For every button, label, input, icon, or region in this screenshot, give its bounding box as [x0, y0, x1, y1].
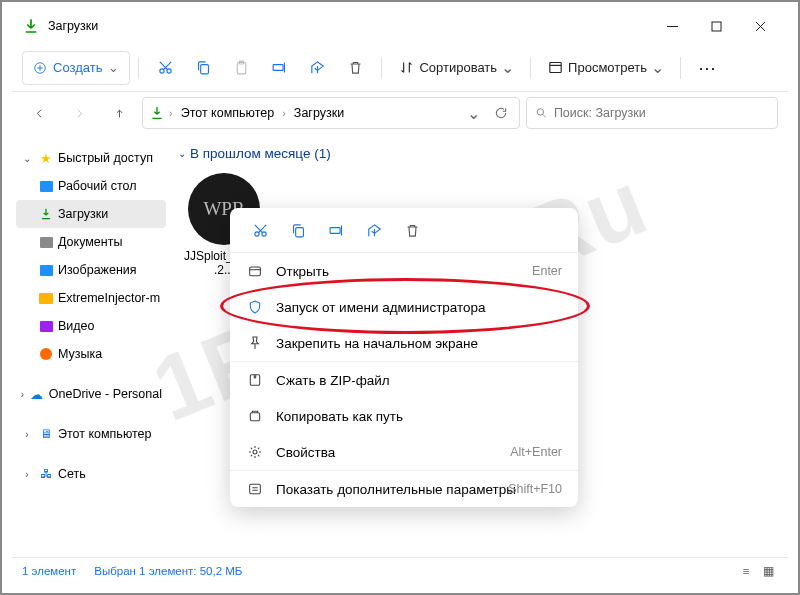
svg-point-11 — [261, 231, 265, 235]
maximize-button[interactable] — [694, 10, 738, 42]
breadcrumb-pc[interactable]: Этот компьютер — [177, 104, 278, 122]
refresh-button[interactable] — [489, 101, 513, 125]
chevron-right-icon: › — [20, 469, 34, 480]
toolbar: Создать ⌄ Сортировать ⌄ Просмотреть ⌄ ⋯ — [12, 44, 788, 92]
chevron-down-icon: ⌄ — [20, 153, 34, 164]
window-title: Загрузки — [48, 19, 650, 33]
sidebar-onedrive[interactable]: › ☁ OneDrive - Personal — [16, 380, 166, 408]
sidebar-thispc[interactable]: › 🖥 Этот компьютер — [16, 420, 166, 448]
share-button[interactable] — [299, 51, 335, 85]
ctx-item-pin[interactable]: Закрепить на начальном экране — [230, 325, 578, 361]
sidebar-network[interactable]: › 🖧 Сеть — [16, 460, 166, 488]
cut-button[interactable] — [147, 51, 183, 85]
chevron-down-icon: ⌄ — [501, 58, 514, 77]
sidebar-item-2[interactable]: Документы — [16, 228, 166, 256]
copy-button[interactable] — [185, 51, 221, 85]
svg-point-2 — [160, 69, 164, 73]
group-header[interactable]: ⌄ В прошлом месяце (1) — [174, 144, 784, 163]
sidebar-item-5[interactable]: Видео — [16, 312, 166, 340]
view-details-button[interactable]: ≡ — [736, 562, 756, 580]
view-grid-button[interactable]: ▦ — [758, 562, 778, 580]
context-menu: ОткрытьEnterЗапуск от имени администрато… — [230, 208, 578, 507]
svg-rect-13 — [330, 227, 340, 233]
up-button[interactable] — [102, 98, 136, 128]
ctx-item-more[interactable]: Показать дополнительные параметрыShift+F… — [230, 471, 578, 507]
address-bar[interactable]: › Этот компьютер › Загрузки ⌄ — [142, 97, 520, 129]
delete-button[interactable] — [337, 51, 373, 85]
svg-point-17 — [253, 450, 257, 454]
search-box[interactable] — [526, 97, 778, 129]
sidebar: ⌄ ★ Быстрый доступ Рабочий столЗагрузкиД… — [12, 136, 170, 557]
svg-point-9 — [537, 109, 543, 115]
svg-rect-18 — [250, 484, 261, 493]
svg-rect-14 — [250, 267, 261, 276]
folder-icon — [38, 290, 54, 306]
svg-rect-0 — [712, 22, 721, 31]
ctx-item-open[interactable]: ОткрытьEnter — [230, 253, 578, 289]
back-button[interactable] — [22, 98, 56, 128]
ctx-share-button[interactable] — [356, 214, 392, 246]
close-button[interactable] — [738, 10, 782, 42]
ctx-item-copypath[interactable]: Копировать как путь — [230, 398, 578, 434]
square-icon — [38, 206, 54, 222]
square-icon — [38, 318, 54, 334]
svg-rect-16 — [250, 413, 259, 421]
monitor-icon: 🖥 — [38, 426, 54, 442]
rename-button[interactable] — [261, 51, 297, 85]
open-icon — [246, 262, 264, 280]
breadcrumb-downloads[interactable]: Загрузки — [290, 104, 348, 122]
chevron-right-icon: › — [20, 389, 25, 400]
square-icon — [38, 262, 54, 278]
explorer-window: Загрузки Создать ⌄ Сортировать ⌄ Просмот… — [12, 8, 788, 583]
context-quick-actions — [230, 208, 578, 252]
status-bar: 1 элемент Выбран 1 элемент: 50,2 МБ ≡ ▦ — [12, 557, 788, 583]
status-selection: Выбран 1 элемент: 50,2 МБ — [94, 565, 242, 577]
star-icon: ★ — [38, 150, 54, 166]
chevron-down-icon: ⌄ — [651, 58, 664, 77]
search-input[interactable] — [554, 106, 769, 120]
svg-rect-8 — [550, 63, 561, 73]
pin-icon — [246, 334, 264, 352]
new-button[interactable]: Создать ⌄ — [22, 51, 130, 85]
sidebar-quick-access[interactable]: ⌄ ★ Быстрый доступ — [16, 144, 166, 172]
ctx-item-shield[interactable]: Запуск от имени администратора — [230, 289, 578, 325]
network-icon: 🖧 — [38, 466, 54, 482]
sidebar-item-0[interactable]: Рабочий стол — [16, 172, 166, 200]
svg-point-10 — [254, 231, 258, 235]
forward-button[interactable] — [62, 98, 96, 128]
addr-dropdown-button[interactable]: ⌄ — [461, 101, 485, 125]
shield-icon — [246, 298, 264, 316]
more-button[interactable]: ⋯ — [689, 51, 725, 85]
svg-point-3 — [167, 69, 171, 73]
paste-button[interactable] — [223, 51, 259, 85]
zip-icon — [246, 371, 264, 389]
sidebar-item-1[interactable]: Загрузки — [16, 200, 166, 228]
ctx-copy-button[interactable] — [280, 214, 316, 246]
sidebar-item-6[interactable]: Музыка — [16, 340, 166, 368]
square-icon — [38, 234, 54, 250]
nav-row: › Этот компьютер › Загрузки ⌄ — [12, 92, 788, 136]
minimize-button[interactable] — [650, 10, 694, 42]
ctx-rename-button[interactable] — [318, 214, 354, 246]
square-icon — [38, 178, 54, 194]
ctx-item-zip[interactable]: Сжать в ZIP-файл — [230, 362, 578, 398]
sidebar-item-4[interactable]: ExtremeInjector-m — [16, 284, 166, 312]
props-icon — [246, 443, 264, 461]
cloud-icon: ☁ — [29, 386, 45, 402]
sort-button[interactable]: Сортировать ⌄ — [390, 51, 522, 85]
downloads-icon — [149, 105, 165, 121]
title-bar: Загрузки — [12, 8, 788, 44]
more-icon — [246, 480, 264, 498]
ctx-item-props[interactable]: СвойстваAlt+Enter — [230, 434, 578, 470]
svg-rect-12 — [295, 227, 303, 236]
ctx-cut-button[interactable] — [242, 214, 278, 246]
window-icon — [22, 17, 40, 35]
svg-rect-4 — [201, 65, 209, 74]
chevron-down-icon: ⌄ — [178, 148, 186, 159]
status-count: 1 элемент — [22, 565, 76, 577]
copypath-icon — [246, 407, 264, 425]
view-button[interactable]: Просмотреть ⌄ — [539, 51, 672, 85]
sidebar-item-3[interactable]: Изображения — [16, 256, 166, 284]
music-icon — [38, 346, 54, 362]
ctx-delete-button[interactable] — [394, 214, 430, 246]
